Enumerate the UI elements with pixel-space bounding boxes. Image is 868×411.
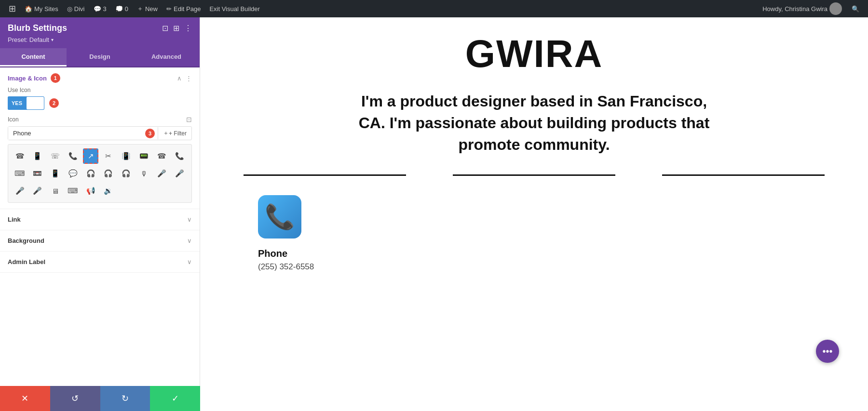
icon-cell-monitor[interactable]: 🖥 [48,183,63,199]
icon-cell-empty1 [119,183,134,199]
link-section-title: Link [8,216,21,223]
icon-cell-empty2 [136,183,152,199]
save-button[interactable]: ✓ [150,386,200,411]
sidebar-title: Blurb Settings [8,23,67,33]
icon-cell-vibrate[interactable]: 📳 [119,148,134,164]
divider-1 [244,174,406,176]
sidebar-header: Blurb Settings ⊡ ⊞ ⋮ Preset: Default ▾ [0,17,200,48]
bubble-menu[interactable]: 💭 0 [111,0,132,17]
icon-cell-mic2[interactable]: 🎤 [154,166,169,181]
main-layout: Blurb Settings ⊡ ⊞ ⋮ Preset: Default ▾ C… [0,17,868,411]
toggle-row: YES 2 [8,96,192,110]
icon-field-label: Icon ⊡ [8,116,192,123]
admin-label-section[interactable]: Admin Label ∨ [0,252,200,273]
tab-content[interactable]: Content [0,48,67,66]
icon-fullscreen-icon[interactable]: ⊡ [186,116,192,123]
icon-cell-headphones[interactable]: 🎧 [83,166,98,181]
sidebar-header-top: Blurb Settings ⊡ ⊞ ⋮ [8,23,192,33]
image-icon-section: Image & Icon 1 ∧ ⋮ Use Icon YES 2 [0,67,200,209]
background-section[interactable]: Background ∨ [0,230,200,252]
icon-cell-mic3[interactable]: 🎤 [172,166,187,181]
icon-cell-empty3 [154,183,169,199]
search-button[interactable]: 🔍 [848,0,863,17]
sidebar: Blurb Settings ⊡ ⊞ ⋮ Preset: Default ▾ C… [0,17,200,411]
exit-builder-button[interactable]: Exit Visual Builder [205,0,264,17]
icon-cell-phone[interactable]: ☎ [12,148,27,164]
icon-cell-phone3[interactable]: ☎ [154,148,169,164]
icon-cell-voicemail[interactable]: 📼 [30,166,45,181]
divi-menu[interactable]: ◎ Divi [63,0,89,17]
section-title: Image & Icon [8,75,47,82]
icon-cell-headphones2[interactable]: 🎧 [101,166,116,181]
preset-chevron-icon: ▾ [51,37,54,42]
background-section-title: Background [8,237,44,244]
icon-search-row: 3 ＋ + Filter [8,126,192,140]
icon-search-input[interactable] [8,127,145,140]
bottom-action-bar: ✕ ↺ ↻ ✓ [0,386,200,411]
blurb-title: Phone [258,248,287,259]
fullscreen-icon[interactable]: ⊡ [162,24,168,33]
icon-cell-headphones3[interactable]: 🎧 [119,166,134,181]
icon-cell-sms[interactable]: 💬 [65,166,81,181]
phone-icon-box: 📞 [258,195,301,239]
icon-cell-pager[interactable]: 📟 [136,148,152,164]
canvas: GWIRA I'm a product designer based in Sa… [200,17,868,411]
sidebar-tabs: Content Design Advanced [0,48,200,67]
icon-cell-phone4[interactable]: 📞 [172,148,187,164]
cancel-icon: ✕ [21,393,28,404]
icon-cell-fax[interactable]: ⌨ [12,166,27,181]
dots-icon: ••• [822,346,832,357]
icon-cell-mic[interactable]: 🎙 [136,166,152,181]
admin-bar-left: ⊞ 🏠 My Sites ◎ Divi 💬 3 💭 0 ＋ New ✏ Edit… [5,0,757,17]
gwira-heading: GWIRA [229,32,839,76]
search-badge: 3 [145,129,155,138]
wp-logo[interactable]: ⊞ [5,0,20,17]
tab-advanced[interactable]: Advanced [133,48,200,66]
floating-dots-button[interactable]: ••• [816,340,839,363]
use-icon-label: Use Icon [8,87,192,93]
search-icon: 🔍 [852,5,859,13]
redo-icon: ↻ [122,393,129,404]
save-icon: ✓ [172,393,179,404]
preset-row[interactable]: Preset: Default ▾ [8,36,192,43]
icon-cell-phone2[interactable]: 📞 [65,148,81,164]
divider-3 [662,174,825,176]
filter-button[interactable]: ＋ + Filter [158,127,191,139]
new-button[interactable]: ＋ New [133,0,162,17]
columns-icon[interactable]: ⊞ [173,24,179,33]
section-collapse-icon[interactable]: ∧ [177,75,182,82]
link-section[interactable]: Link ∨ [0,209,200,230]
howdy-user[interactable]: Howdy, Christina Gwira [759,0,846,17]
my-sites-menu[interactable]: 🏠 My Sites [21,0,62,17]
icon-cell-mic4[interactable]: 🎤 [12,183,27,199]
dots-menu-icon[interactable]: ⋮ [184,24,192,33]
icon-cell-phone-arrow[interactable]: ↗ [83,148,98,164]
icon-cell-mic5[interactable]: 🎤 [30,183,45,199]
redo-button[interactable]: ↻ [100,386,150,411]
comments-menu[interactable]: 💬 3 [90,0,110,17]
icon-cell-scissors[interactable]: ✂ [101,148,116,164]
icon-cell-handset[interactable]: ☏ [48,148,63,164]
tab-design[interactable]: Design [67,48,133,66]
icon-cell-speaker[interactable]: 📢 [83,183,98,199]
edit-page-button[interactable]: ✏ Edit Page [163,0,204,17]
admin-bar: ⊞ 🏠 My Sites ◎ Divi 💬 3 💭 0 ＋ New ✏ Edit… [0,0,868,17]
background-chevron-icon: ∨ [187,237,192,244]
undo-icon: ↺ [71,393,79,404]
icon-cell-empty4 [172,183,187,199]
section-controls: ∧ ⋮ [177,75,192,82]
icon-cell-audio[interactable]: 🔉 [101,183,116,199]
icon-cell-tablet[interactable]: 📱 [48,166,63,181]
icon-cell-keyboard[interactable]: ⌨ [65,183,81,199]
icon-cell-mobile[interactable]: 📱 [30,148,45,164]
icon-grid: ☎ 📱 ☏ 📞 ↗ ✂ 📳 📟 ☎ 📞 ⌨ 📼 📱 💬 🎧 [8,144,192,203]
section-header: Image & Icon 1 ∧ ⋮ [8,73,192,83]
cancel-button[interactable]: ✕ [0,386,50,411]
sidebar-header-icons: ⊡ ⊞ ⋮ [162,24,192,33]
section-options-icon[interactable]: ⋮ [186,75,192,82]
blurb-card: 📞 Phone (255) 352-6558 [229,195,839,272]
phone-icon: 📞 [265,203,295,231]
undo-button[interactable]: ↺ [50,386,100,411]
use-icon-toggle[interactable]: YES [8,96,44,110]
toggle-handle [27,97,44,109]
